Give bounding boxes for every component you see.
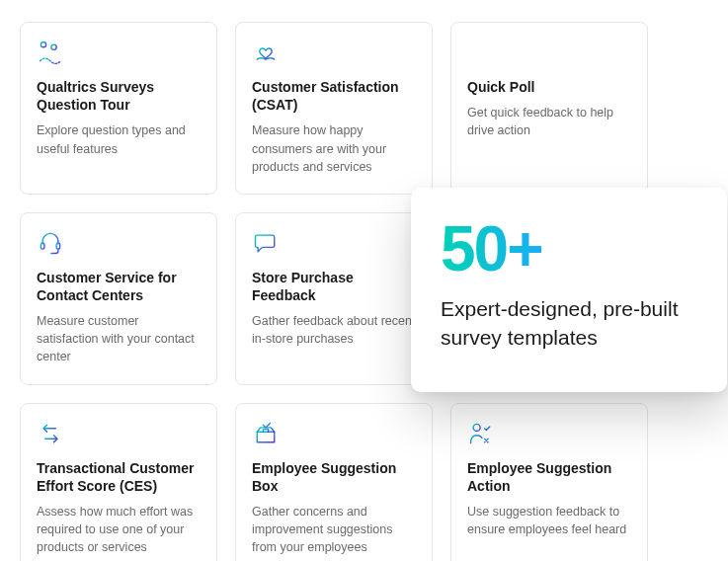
- card-desc: Gather concerns and improvement suggesti…: [252, 503, 416, 556]
- svg-point-4: [473, 424, 480, 431]
- card-desc: Use suggestion feedback to ensure employ…: [467, 503, 631, 538]
- template-card-store-purchase[interactable]: Store Purchase Feedback Gather feedback …: [235, 212, 433, 385]
- svg-point-1: [51, 44, 56, 49]
- template-card-suggestion-action[interactable]: Employee Suggestion Action Use suggestio…: [450, 403, 648, 562]
- bar-chart-icon: [467, 39, 495, 66]
- speech-bubble-icon: [252, 229, 280, 257]
- svg-point-0: [40, 42, 45, 47]
- callout-text: Expert-designed, pre-built survey templa…: [441, 294, 697, 353]
- card-desc: Assess how much effort was required to u…: [37, 503, 201, 556]
- template-card-contact-centers[interactable]: Customer Service for Contact Centers Mea…: [20, 212, 217, 385]
- template-card-quick-poll[interactable]: Quick Poll Get quick feedback to help dr…: [450, 22, 648, 195]
- person-check-icon: [467, 420, 495, 447]
- card-title: Store Purchase Feedback: [252, 269, 416, 304]
- card-desc: Measure how happy consumers are with you…: [252, 121, 416, 175]
- card-title: Quick Poll: [467, 78, 631, 96]
- card-title: Employee Suggestion Box: [252, 459, 416, 495]
- ballot-box-icon: [252, 420, 280, 447]
- card-title: Qualtrics Surveys Question Tour: [37, 78, 201, 114]
- template-count-callout: 50+ Expert-designed, pre-built survey te…: [411, 188, 727, 392]
- template-card-csat[interactable]: Customer Satisfaction (CSAT) Measure how…: [235, 22, 433, 195]
- card-desc: Measure customer satisfaction with your …: [37, 312, 201, 365]
- heart-hands-icon: [252, 39, 280, 66]
- arrows-exchange-icon: [37, 420, 64, 447]
- callout-number: 50+: [441, 217, 697, 280]
- template-card-question-tour[interactable]: Qualtrics Surveys Question Tour Explore …: [20, 22, 217, 195]
- map-pins-icon: [37, 39, 64, 66]
- card-desc: Get quick feedback to help drive action: [467, 104, 631, 139]
- card-title: Employee Suggestion Action: [467, 459, 631, 495]
- card-title: Customer Service for Contact Centers: [37, 269, 201, 304]
- headset-icon: [37, 229, 64, 257]
- template-card-ces[interactable]: Transactional Customer Effort Score (CES…: [20, 403, 217, 562]
- template-card-suggestion-box[interactable]: Employee Suggestion Box Gather concerns …: [235, 403, 433, 562]
- card-title: Customer Satisfaction (CSAT): [252, 78, 416, 114]
- card-desc: Gather feedback about recent in-store pu…: [252, 312, 416, 348]
- card-title: Transactional Customer Effort Score (CES…: [37, 459, 201, 495]
- card-desc: Explore question types and useful featur…: [37, 121, 201, 157]
